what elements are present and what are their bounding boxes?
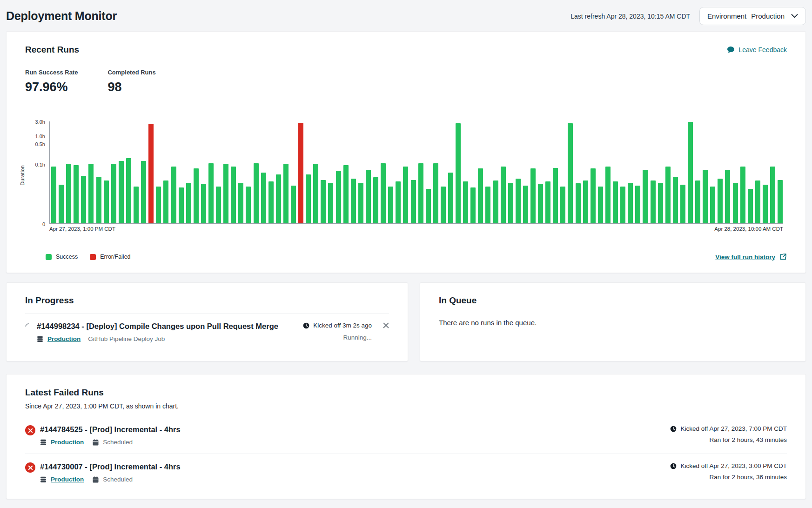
chart-bar-success[interactable] <box>336 171 341 223</box>
chart-bar-success[interactable] <box>508 183 513 223</box>
chart-bar-success[interactable] <box>516 179 521 223</box>
chart-bar-success[interactable] <box>605 167 611 223</box>
chart-bar-success[interactable] <box>216 187 221 223</box>
chart-bar-success[interactable] <box>321 180 326 223</box>
chart-bar-success[interactable] <box>433 163 438 223</box>
chart-bar-success[interactable] <box>418 163 423 223</box>
chart-bar-success[interactable] <box>141 161 146 223</box>
chart-bar-success[interactable] <box>725 170 730 223</box>
environment-link[interactable]: Production <box>47 335 81 342</box>
view-full-run-history-link[interactable]: View full run history <box>715 253 787 261</box>
chart-bar-success[interactable] <box>343 165 349 223</box>
chart-bar-success[interactable] <box>778 180 783 223</box>
chart-bar-success[interactable] <box>74 165 79 223</box>
chart-bar-success[interactable] <box>156 187 161 223</box>
chart-bar-success[interactable] <box>96 177 101 223</box>
chart-bar-failed[interactable] <box>148 124 154 223</box>
chart-bar-success[interactable] <box>208 163 214 223</box>
chart-bar-success[interactable] <box>755 180 760 223</box>
chart-bar-success[interactable] <box>658 183 663 223</box>
chart-bar-success[interactable] <box>81 176 86 223</box>
chart-bar-success[interactable] <box>523 186 528 223</box>
chart-bar-success[interactable] <box>673 177 678 223</box>
chart-bar-success[interactable] <box>313 164 318 223</box>
close-icon[interactable] <box>383 322 389 328</box>
chart-bar-success[interactable] <box>591 168 596 223</box>
chart-bar-success[interactable] <box>373 177 378 223</box>
chart-bar-success[interactable] <box>426 189 431 223</box>
chart-bar-success[interactable] <box>261 173 266 223</box>
chart-bar-success[interactable] <box>283 164 289 223</box>
chart-bar-success[interactable] <box>733 183 738 223</box>
chart-bar-success[interactable] <box>59 185 64 223</box>
chart-bar-success[interactable] <box>268 181 274 223</box>
chart-bar-success[interactable] <box>763 185 768 223</box>
chart-bar-success[interactable] <box>411 180 416 223</box>
environment-link[interactable]: Production <box>51 476 84 483</box>
chart-bar-success[interactable] <box>119 161 124 223</box>
chart-bar-success[interactable] <box>485 187 490 223</box>
chart-bar-success[interactable] <box>688 122 693 223</box>
chart-bar-success[interactable] <box>328 183 333 223</box>
chart-bar-success[interactable] <box>366 170 371 223</box>
chart-bar-success[interactable] <box>223 164 228 223</box>
chart-bar-success[interactable] <box>441 187 446 223</box>
chart-bar-success[interactable] <box>254 163 259 223</box>
chart-bar-success[interactable] <box>553 168 558 223</box>
chart-bar-success[interactable] <box>583 180 588 223</box>
chart-bar-success[interactable] <box>501 167 506 223</box>
chart-bar-success[interactable] <box>104 180 109 223</box>
chart-bar-success[interactable] <box>88 164 94 223</box>
chart-bar-success[interactable] <box>463 181 468 223</box>
chart-bar-success[interactable] <box>238 183 243 223</box>
chart-bar-success[interactable] <box>388 187 393 223</box>
chart-bar-success[interactable] <box>246 187 251 223</box>
chart-bar-success[interactable] <box>358 183 363 223</box>
chart-bar-success[interactable] <box>126 158 131 223</box>
chart-bar-success[interactable] <box>381 163 386 223</box>
chart-bar-success[interactable] <box>643 170 648 223</box>
chart-bar-success[interactable] <box>530 168 536 223</box>
chart-bar-failed[interactable] <box>298 123 303 223</box>
chart-bar-success[interactable] <box>538 184 543 223</box>
chart-bar-success[interactable] <box>545 181 550 223</box>
environment-link[interactable]: Production <box>51 439 84 446</box>
chart-bar-success[interactable] <box>651 180 656 223</box>
chart-bar-success[interactable] <box>635 186 640 223</box>
chart-bar-success[interactable] <box>680 185 685 223</box>
chart-bar-success[interactable] <box>51 167 56 223</box>
chart-bar-success[interactable] <box>66 164 71 223</box>
chart-bar-success[interactable] <box>695 180 700 223</box>
chart-bar-success[interactable] <box>710 187 715 223</box>
chart-bar-success[interactable] <box>163 180 168 223</box>
chart-bar-success[interactable] <box>456 123 461 223</box>
chart-bar-success[interactable] <box>276 174 281 223</box>
chart-bar-success[interactable] <box>613 181 618 223</box>
chart-bar-success[interactable] <box>186 183 191 223</box>
chart-bar-success[interactable] <box>560 187 565 223</box>
chart-bar-success[interactable] <box>448 173 453 223</box>
chart-bar-success[interactable] <box>493 180 498 223</box>
chart-bar-success[interactable] <box>568 123 573 223</box>
chart-bar-success[interactable] <box>598 187 603 223</box>
chart-bar-success[interactable] <box>201 184 206 223</box>
chart-bar-success[interactable] <box>703 170 708 223</box>
chart-bar-success[interactable] <box>111 164 116 223</box>
environment-dropdown[interactable]: Environment Production <box>699 7 806 25</box>
chart-bar-success[interactable] <box>291 186 296 223</box>
chart-bar-success[interactable] <box>403 167 408 223</box>
chart-bar-success[interactable] <box>748 189 753 223</box>
chart-bar-success[interactable] <box>134 187 139 223</box>
chart-bar-success[interactable] <box>718 179 723 223</box>
chart-bar-success[interactable] <box>194 168 199 223</box>
chart-bar-success[interactable] <box>620 187 625 223</box>
chart-bar-success[interactable] <box>306 174 311 223</box>
chart-bar-success[interactable] <box>770 167 775 223</box>
chart-bar-success[interactable] <box>665 167 671 223</box>
chart-bar-success[interactable] <box>628 183 633 223</box>
chart-bar-success[interactable] <box>179 187 184 223</box>
chart-bar-success[interactable] <box>740 167 745 223</box>
leave-feedback-link[interactable]: Leave Feedback <box>727 46 787 53</box>
chart-bar-success[interactable] <box>576 183 581 223</box>
chart-bar-success[interactable] <box>478 168 483 223</box>
